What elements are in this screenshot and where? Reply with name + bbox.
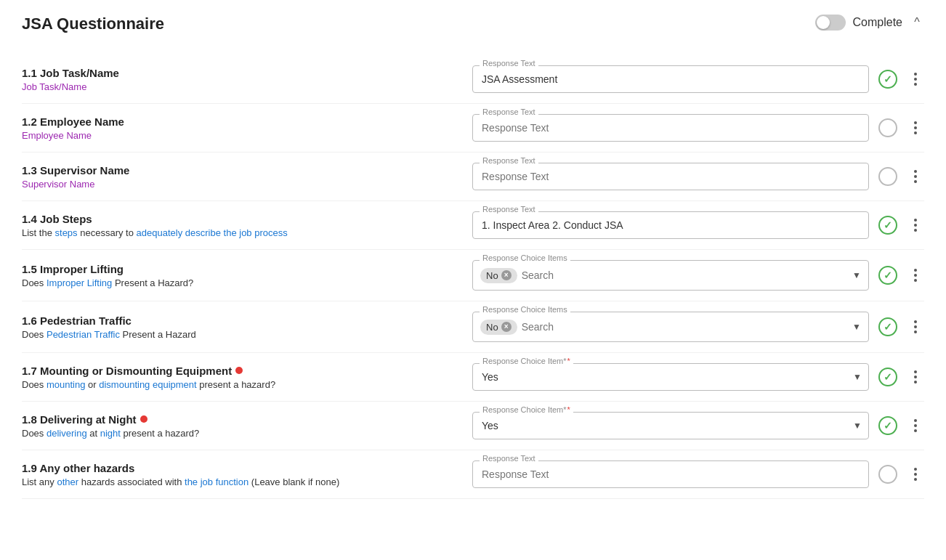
- check-circle-icon: [878, 266, 897, 285]
- chip-remove-button[interactable]: ×: [501, 270, 512, 280]
- complete-label: Complete: [853, 16, 902, 29]
- chip-remove-button[interactable]: ×: [501, 322, 512, 332]
- input-wrapper: Response Choice ItemsNo×▼: [472, 312, 869, 342]
- question-number-label: 1.8 Delivering at Night: [22, 413, 458, 426]
- more-options-icon[interactable]: [907, 368, 924, 386]
- question-subtitle: Does delivering at night present a hazar…: [22, 428, 458, 439]
- collapse-icon[interactable]: ^: [910, 15, 924, 30]
- empty-circle-icon: [878, 118, 897, 137]
- status-icon: [878, 118, 898, 138]
- status-icon: [878, 166, 898, 187]
- more-options-icon[interactable]: [907, 216, 924, 234]
- floating-label-input: Response Text: [472, 211, 869, 239]
- question-subtitle: Employee Name: [22, 130, 458, 141]
- floating-label-input: Response Choice ItemsNo×▼: [472, 260, 869, 291]
- chip-value[interactable]: No×: [480, 320, 517, 335]
- select-wrapper: YesNo▼: [472, 412, 869, 439]
- more-options-icon[interactable]: [907, 70, 924, 88]
- question-subtitle: Does mounting or dismounting equipment p…: [22, 379, 458, 390]
- floating-label-input: Response Text: [472, 163, 869, 190]
- floating-label-input: Response Text: [472, 114, 869, 142]
- input-wrapper: Response Text: [472, 163, 869, 190]
- text-input-q1.4[interactable]: [472, 211, 869, 239]
- text-input-q1.2[interactable]: [472, 114, 869, 142]
- select-input-q1.7[interactable]: YesNo: [472, 363, 869, 391]
- status-icon: [878, 415, 898, 436]
- chip-value[interactable]: No×: [480, 268, 517, 283]
- status-icon: [878, 69, 898, 89]
- check-circle-icon: [878, 216, 897, 235]
- more-options-icon[interactable]: [907, 119, 924, 137]
- input-wrapper: Response Text: [472, 114, 869, 142]
- text-input-q1.3[interactable]: [472, 163, 869, 190]
- page-header: JSA Questionnaire Complete ^: [22, 15, 924, 33]
- question-left: 1.9 Any other hazardsList any other haza…: [22, 462, 458, 487]
- page-title: JSA Questionnaire: [22, 15, 164, 33]
- status-icon: [878, 215, 898, 235]
- chip-input[interactable]: No×▼: [472, 312, 869, 342]
- question-number-label: 1.1 Job Task/Name: [22, 67, 458, 79]
- status-icon: [878, 265, 898, 285]
- input-wrapper: Response Text: [472, 211, 869, 239]
- check-circle-icon: [878, 70, 897, 89]
- status-icon: [878, 464, 898, 484]
- question-row: 1.3 Supervisor NameSupervisor NameRespon…: [22, 153, 924, 201]
- floating-label-input: Response Choice Item*YesNo▼: [472, 363, 869, 391]
- question-left: 1.1 Job Task/NameJob Task/Name: [22, 67, 458, 92]
- text-input-q1.1[interactable]: [472, 65, 869, 93]
- question-left: 1.4 Job StepsList the steps necessary to…: [22, 213, 458, 238]
- empty-circle-icon: [878, 465, 897, 484]
- chip-text: No: [486, 322, 498, 333]
- question-row: 1.9 Any other hazardsList any other haza…: [22, 450, 924, 499]
- complete-toggle[interactable]: [815, 15, 846, 31]
- input-wrapper: Response Choice Item*YesNo▼: [472, 363, 869, 391]
- question-left: 1.8 Delivering at NightDoes delivering a…: [22, 413, 458, 439]
- question-right: Response Choice Item*YesNo▼: [472, 363, 924, 391]
- question-subtitle: List any other hazards associated with t…: [22, 476, 458, 487]
- required-indicator: [235, 367, 243, 374]
- question-left: 1.6 Pedestrian TrafficDoes Pedestrian Tr…: [22, 315, 458, 340]
- more-options-icon[interactable]: [907, 318, 924, 336]
- question-row: 1.6 Pedestrian TrafficDoes Pedestrian Tr…: [22, 301, 924, 353]
- question-row: 1.7 Mounting or Dismounting EquipmentDoe…: [22, 353, 924, 402]
- question-left: 1.3 Supervisor NameSupervisor Name: [22, 164, 458, 190]
- more-options-icon[interactable]: [907, 168, 924, 185]
- question-subtitle: Does Pedestrian Traffic Present a Hazard: [22, 329, 458, 340]
- question-left: 1.5 Improper LiftingDoes Improper Liftin…: [22, 263, 458, 288]
- status-icon: [878, 367, 898, 387]
- dropdown-arrow-icon: ▼: [852, 270, 861, 280]
- chip-search-input[interactable]: [522, 269, 848, 281]
- more-options-icon[interactable]: [907, 417, 924, 434]
- select-input-q1.8[interactable]: YesNo: [472, 412, 869, 439]
- question-row: 1.8 Delivering at NightDoes delivering a…: [22, 402, 924, 450]
- question-row: 1.5 Improper LiftingDoes Improper Liftin…: [22, 250, 924, 301]
- chip-text: No: [486, 270, 498, 281]
- questions-list: 1.1 Job Task/NameJob Task/NameResponse T…: [22, 55, 924, 499]
- question-number-label: 1.3 Supervisor Name: [22, 164, 458, 176]
- question-right: Response Text: [472, 163, 924, 190]
- header-right: Complete ^: [815, 15, 924, 31]
- dropdown-arrow-icon: ▼: [852, 322, 861, 332]
- question-left: 1.2 Employee NameEmployee Name: [22, 115, 458, 141]
- more-options-icon[interactable]: [907, 267, 924, 284]
- question-number-label: 1.2 Employee Name: [22, 115, 458, 128]
- floating-label-input: Response Text: [472, 65, 869, 93]
- question-number-label: 1.7 Mounting or Dismounting Equipment: [22, 365, 458, 377]
- question-number-label: 1.4 Job Steps: [22, 213, 458, 225]
- input-wrapper: Response Text: [472, 460, 869, 488]
- question-right: Response Text: [472, 114, 924, 142]
- question-subtitle: Does Improper Lifting Present a Hazard?: [22, 277, 458, 288]
- check-circle-icon: [878, 368, 897, 386]
- select-wrapper: YesNo▼: [472, 363, 869, 391]
- more-options-icon[interactable]: [907, 466, 924, 483]
- chip-input[interactable]: No×▼: [472, 260, 869, 291]
- text-input-q1.9[interactable]: [472, 460, 869, 488]
- question-right: Response Text: [472, 211, 924, 239]
- floating-label-input: Response Choice ItemsNo×▼: [472, 312, 869, 342]
- question-row: 1.4 Job StepsList the steps necessary to…: [22, 201, 924, 250]
- chip-search-input[interactable]: [522, 321, 848, 333]
- question-right: Response Choice ItemsNo×▼: [472, 312, 924, 342]
- question-subtitle: Job Task/Name: [22, 81, 458, 92]
- question-subtitle: List the steps necessary to adequately d…: [22, 227, 458, 238]
- floating-label-input: Response Choice Item*YesNo▼: [472, 412, 869, 439]
